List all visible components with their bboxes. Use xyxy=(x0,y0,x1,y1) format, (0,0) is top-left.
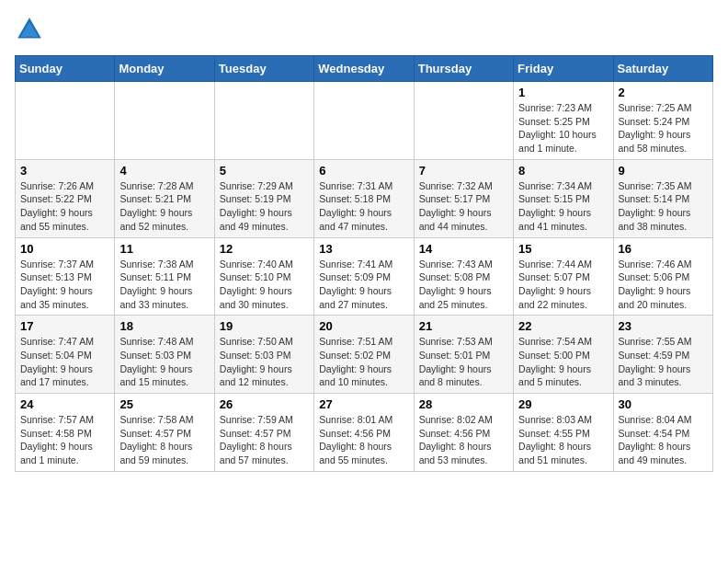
day-number: 13 xyxy=(319,242,408,256)
calendar-cell: 7Sunrise: 7:32 AMSunset: 5:17 PMDaylight… xyxy=(414,159,513,237)
day-number: 14 xyxy=(419,242,508,256)
day-number: 8 xyxy=(518,164,608,178)
calendar-cell: 1Sunrise: 7:23 AMSunset: 5:25 PMDaylight… xyxy=(514,82,613,160)
day-info: Sunrise: 8:04 AMSunset: 4:54 PMDaylight:… xyxy=(619,413,708,467)
calendar-cell: 30Sunrise: 8:04 AMSunset: 4:54 PMDayligh… xyxy=(613,394,712,472)
calendar-cell: 29Sunrise: 8:03 AMSunset: 4:55 PMDayligh… xyxy=(514,394,613,472)
calendar-cell: 13Sunrise: 7:41 AMSunset: 5:09 PMDayligh… xyxy=(314,237,414,316)
calendar-cell: 24Sunrise: 7:57 AMSunset: 4:58 PMDayligh… xyxy=(16,394,115,472)
day-number: 24 xyxy=(20,397,109,411)
day-info: Sunrise: 8:01 AMSunset: 4:56 PMDaylight:… xyxy=(319,413,408,467)
calendar-cell: 21Sunrise: 7:53 AMSunset: 5:01 PMDayligh… xyxy=(414,316,513,394)
calendar-cell xyxy=(414,82,513,160)
day-info: Sunrise: 7:55 AMSunset: 4:59 PMDaylight:… xyxy=(619,335,708,389)
day-number: 30 xyxy=(619,397,708,411)
day-info: Sunrise: 7:47 AMSunset: 5:04 PMDaylight:… xyxy=(20,335,109,389)
day-number: 17 xyxy=(20,319,109,333)
day-number: 7 xyxy=(419,164,508,178)
calendar-cell: 8Sunrise: 7:34 AMSunset: 5:15 PMDaylight… xyxy=(514,159,613,237)
calendar-cell xyxy=(16,82,115,160)
weekday-header-sunday: Sunday xyxy=(16,56,115,82)
day-number: 29 xyxy=(518,397,608,411)
calendar-cell: 3Sunrise: 7:26 AMSunset: 5:22 PMDaylight… xyxy=(16,159,115,237)
calendar-cell: 5Sunrise: 7:29 AMSunset: 5:19 PMDaylight… xyxy=(214,159,313,237)
day-number: 23 xyxy=(619,319,708,333)
calendar-cell xyxy=(214,82,313,160)
calendar-cell: 12Sunrise: 7:40 AMSunset: 5:10 PMDayligh… xyxy=(214,237,313,316)
calendar-cell: 4Sunrise: 7:28 AMSunset: 5:21 PMDaylight… xyxy=(115,159,214,237)
calendar-cell: 23Sunrise: 7:55 AMSunset: 4:59 PMDayligh… xyxy=(613,316,712,394)
day-info: Sunrise: 7:32 AMSunset: 5:17 PMDaylight:… xyxy=(419,179,508,234)
day-info: Sunrise: 7:26 AMSunset: 5:22 PMDaylight:… xyxy=(20,179,109,234)
calendar-cell: 6Sunrise: 7:31 AMSunset: 5:18 PMDaylight… xyxy=(314,159,414,237)
day-info: Sunrise: 7:44 AMSunset: 5:07 PMDaylight:… xyxy=(518,258,608,312)
calendar-cell: 10Sunrise: 7:37 AMSunset: 5:13 PMDayligh… xyxy=(16,237,115,316)
calendar-cell: 19Sunrise: 7:50 AMSunset: 5:03 PMDayligh… xyxy=(214,316,313,394)
day-info: Sunrise: 7:59 AMSunset: 4:57 PMDaylight:… xyxy=(220,413,309,467)
calendar-cell: 11Sunrise: 7:38 AMSunset: 5:11 PMDayligh… xyxy=(115,237,214,316)
day-number: 21 xyxy=(419,319,508,333)
calendar-cell: 18Sunrise: 7:48 AMSunset: 5:03 PMDayligh… xyxy=(115,316,214,394)
weekday-header-monday: Monday xyxy=(115,56,214,82)
weekday-header-wednesday: Wednesday xyxy=(314,56,414,82)
calendar-cell: 14Sunrise: 7:43 AMSunset: 5:08 PMDayligh… xyxy=(414,237,513,316)
calendar-cell xyxy=(115,82,214,160)
day-info: Sunrise: 7:51 AMSunset: 5:02 PMDaylight:… xyxy=(319,335,408,389)
logo xyxy=(15,15,48,44)
week-row-5: 24Sunrise: 7:57 AMSunset: 4:58 PMDayligh… xyxy=(16,394,713,472)
day-number: 26 xyxy=(220,397,309,411)
day-info: Sunrise: 7:58 AMSunset: 4:57 PMDaylight:… xyxy=(119,413,209,467)
day-info: Sunrise: 7:25 AMSunset: 5:24 PMDaylight:… xyxy=(619,101,708,155)
day-number: 28 xyxy=(419,397,508,411)
week-row-4: 17Sunrise: 7:47 AMSunset: 5:04 PMDayligh… xyxy=(16,316,713,394)
day-info: Sunrise: 7:57 AMSunset: 4:58 PMDaylight:… xyxy=(20,413,109,467)
weekday-header-thursday: Thursday xyxy=(414,56,513,82)
calendar-cell: 28Sunrise: 8:02 AMSunset: 4:56 PMDayligh… xyxy=(414,394,513,472)
week-row-2: 3Sunrise: 7:26 AMSunset: 5:22 PMDaylight… xyxy=(16,159,713,237)
day-info: Sunrise: 7:34 AMSunset: 5:15 PMDaylight:… xyxy=(518,179,608,234)
day-info: Sunrise: 7:31 AMSunset: 5:18 PMDaylight:… xyxy=(319,179,408,234)
week-row-1: 1Sunrise: 7:23 AMSunset: 5:25 PMDaylight… xyxy=(16,82,713,160)
day-number: 9 xyxy=(619,164,708,178)
day-info: Sunrise: 7:41 AMSunset: 5:09 PMDaylight:… xyxy=(319,258,408,312)
day-number: 6 xyxy=(319,164,408,178)
calendar-cell xyxy=(314,82,414,160)
day-number: 18 xyxy=(119,319,209,333)
calendar-cell: 27Sunrise: 8:01 AMSunset: 4:56 PMDayligh… xyxy=(314,394,414,472)
day-info: Sunrise: 7:48 AMSunset: 5:03 PMDaylight:… xyxy=(119,335,209,389)
day-number: 5 xyxy=(220,164,309,178)
weekday-header-friday: Friday xyxy=(514,56,613,82)
day-info: Sunrise: 7:50 AMSunset: 5:03 PMDaylight:… xyxy=(220,335,309,389)
day-info: Sunrise: 7:37 AMSunset: 5:13 PMDaylight:… xyxy=(20,258,109,312)
day-info: Sunrise: 8:02 AMSunset: 4:56 PMDaylight:… xyxy=(419,413,508,467)
day-info: Sunrise: 7:43 AMSunset: 5:08 PMDaylight:… xyxy=(419,258,508,312)
day-number: 10 xyxy=(20,242,109,256)
day-number: 19 xyxy=(220,319,309,333)
calendar-cell: 26Sunrise: 7:59 AMSunset: 4:57 PMDayligh… xyxy=(214,394,313,472)
day-info: Sunrise: 7:38 AMSunset: 5:11 PMDaylight:… xyxy=(119,258,209,312)
day-number: 22 xyxy=(518,319,608,333)
day-number: 11 xyxy=(119,242,209,256)
day-info: Sunrise: 7:53 AMSunset: 5:01 PMDaylight:… xyxy=(419,335,508,389)
logo-icon xyxy=(15,15,44,44)
calendar-cell: 2Sunrise: 7:25 AMSunset: 5:24 PMDaylight… xyxy=(613,82,712,160)
calendar-cell: 22Sunrise: 7:54 AMSunset: 5:00 PMDayligh… xyxy=(514,316,613,394)
day-info: Sunrise: 7:54 AMSunset: 5:00 PMDaylight:… xyxy=(518,335,608,389)
day-number: 4 xyxy=(119,164,209,178)
day-info: Sunrise: 7:23 AMSunset: 5:25 PMDaylight:… xyxy=(518,101,608,155)
calendar-cell: 16Sunrise: 7:46 AMSunset: 5:06 PMDayligh… xyxy=(613,237,712,316)
calendar-cell: 20Sunrise: 7:51 AMSunset: 5:02 PMDayligh… xyxy=(314,316,414,394)
day-number: 25 xyxy=(119,397,209,411)
calendar-cell: 15Sunrise: 7:44 AMSunset: 5:07 PMDayligh… xyxy=(514,237,613,316)
day-info: Sunrise: 7:46 AMSunset: 5:06 PMDaylight:… xyxy=(619,258,708,312)
weekday-header-tuesday: Tuesday xyxy=(214,56,313,82)
day-number: 27 xyxy=(319,397,408,411)
day-number: 20 xyxy=(319,319,408,333)
day-info: Sunrise: 7:29 AMSunset: 5:19 PMDaylight:… xyxy=(220,179,309,234)
day-number: 15 xyxy=(518,242,608,256)
day-number: 3 xyxy=(20,164,109,178)
day-number: 2 xyxy=(619,86,708,99)
day-number: 12 xyxy=(220,242,309,256)
week-row-3: 10Sunrise: 7:37 AMSunset: 5:13 PMDayligh… xyxy=(16,237,713,316)
weekday-header-row: SundayMondayTuesdayWednesdayThursdayFrid… xyxy=(16,56,713,82)
